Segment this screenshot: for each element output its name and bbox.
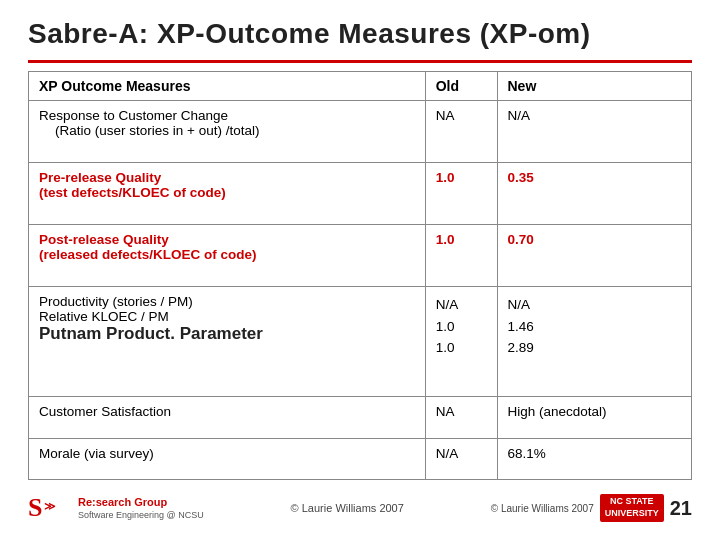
- measure-text: Post-release Quality(released defects/KL…: [39, 232, 257, 262]
- measure-cell: Pre-release Quality(test defects/KLOEC o…: [29, 163, 426, 225]
- old-cell: NA: [425, 101, 497, 163]
- col-header-new: New: [497, 72, 692, 101]
- logo-name: Re:search Group: [78, 496, 204, 509]
- svg-text:≫: ≫: [44, 500, 56, 512]
- table-row: Customer Satisfaction NA High (anecdotal…: [29, 397, 692, 438]
- page: Sabre-A: XP-Outcome Measures (XP-om) XP …: [0, 0, 720, 540]
- col-header-old: Old: [425, 72, 497, 101]
- footer-logo-area: S ≫ Re:search Group Software Engineering…: [28, 492, 204, 524]
- old-value: N/A1.01.0: [436, 297, 459, 355]
- new-value: N/A1.462.89: [508, 297, 534, 355]
- new-value: 68.1%: [508, 446, 546, 461]
- table-row: Response to Customer Change(Ratio (user …: [29, 101, 692, 163]
- new-cell: High (anecdotal): [497, 397, 692, 438]
- footer: S ≫ Re:search Group Software Engineering…: [28, 488, 692, 528]
- page-title: Sabre-A: XP-Outcome Measures (XP-om): [28, 18, 692, 50]
- measure-cell: Productivity (stories / PM)Relative KLOE…: [29, 287, 426, 397]
- old-value: NA: [436, 404, 455, 419]
- new-cell: N/A1.462.89: [497, 287, 692, 397]
- col-header-measure: XP Outcome Measures: [29, 72, 426, 101]
- old-value: NA: [436, 108, 455, 123]
- old-cell: 1.0: [425, 225, 497, 287]
- old-cell: N/A1.01.0: [425, 287, 497, 397]
- measure-cell: Morale (via survey): [29, 438, 426, 479]
- old-cell: 1.0: [425, 163, 497, 225]
- measure-cell: Post-release Quality(released defects/KL…: [29, 225, 426, 287]
- old-cell: NA: [425, 397, 497, 438]
- old-value: 1.0: [436, 170, 455, 185]
- new-value: High (anecdotal): [508, 404, 607, 419]
- logo-subtitle: Software Engineering @ NCSU: [78, 510, 204, 520]
- new-cell: 0.70: [497, 225, 692, 287]
- measure-cell: Response to Customer Change(Ratio (user …: [29, 101, 426, 163]
- footer-copyright: © Laurie Williams 2007: [204, 502, 491, 514]
- svg-text:S: S: [28, 493, 42, 522]
- measure-text: Productivity (stories / PM)Relative KLOE…: [39, 294, 263, 342]
- table-row: Post-release Quality(released defects/KL…: [29, 225, 692, 287]
- old-cell: N/A: [425, 438, 497, 479]
- new-value: N/A: [508, 108, 531, 123]
- old-value: N/A: [436, 446, 459, 461]
- table-row: Morale (via survey) N/A 68.1%: [29, 438, 692, 479]
- measure-text: Morale (via survey): [39, 446, 154, 461]
- logo-text-area: Re:search Group Software Engineering @ N…: [78, 496, 204, 519]
- nc-state-logo: NC STATE UNIVERSITY: [600, 494, 664, 521]
- outcomes-table: XP Outcome Measures Old New Response to …: [28, 71, 692, 480]
- footer-right-area: © Laurie Williams 2007 NC STATE UNIVERSI…: [491, 494, 692, 521]
- measure-text: Response to Customer Change(Ratio (user …: [39, 108, 259, 138]
- new-cell: 0.35: [497, 163, 692, 225]
- logo-icon: S ≫: [28, 492, 72, 524]
- footer-copyright-right: © Laurie Williams 2007: [491, 503, 594, 514]
- new-cell: N/A: [497, 101, 692, 163]
- table-row: Pre-release Quality(test defects/KLOEC o…: [29, 163, 692, 225]
- measure-cell: Customer Satisfaction: [29, 397, 426, 438]
- new-cell: 68.1%: [497, 438, 692, 479]
- new-value: 0.70: [508, 232, 534, 247]
- table-row: Productivity (stories / PM)Relative KLOE…: [29, 287, 692, 397]
- old-value: 1.0: [436, 232, 455, 247]
- page-number: 21: [670, 497, 692, 520]
- measure-text: Pre-release Quality(test defects/KLOEC o…: [39, 170, 226, 200]
- measure-text: Customer Satisfaction: [39, 404, 171, 419]
- red-divider: [28, 60, 692, 63]
- new-value: 0.35: [508, 170, 534, 185]
